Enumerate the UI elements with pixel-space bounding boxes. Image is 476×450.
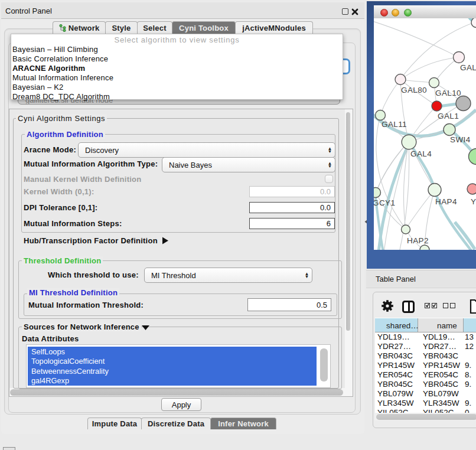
svg-text:GAL11: GAL11 (382, 120, 407, 129)
svg-text:GAL7: GAL7 (460, 63, 476, 72)
svg-text:SWI4: SWI4 (450, 135, 471, 144)
svg-text:GAL10: GAL10 (435, 89, 461, 97)
svg-text:HAP4: HAP4 (435, 197, 457, 206)
svg-text:GAL80: GAL80 (401, 86, 427, 94)
svg-text:GCY1: GCY1 (374, 198, 395, 207)
svg-text:GAL4: GAL4 (410, 149, 432, 158)
svg-text:Y: Y (471, 197, 476, 206)
svg-text:GAL1: GAL1 (438, 112, 459, 120)
svg-text:HAP2: HAP2 (407, 236, 429, 245)
